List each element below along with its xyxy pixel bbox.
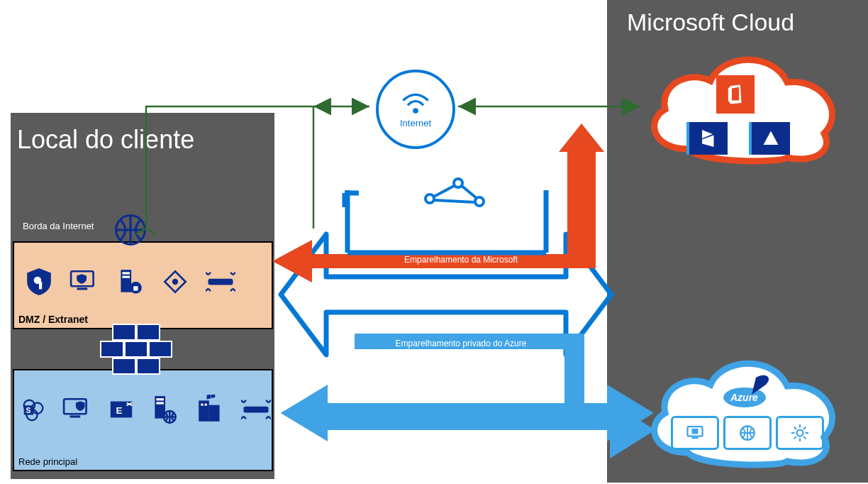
azure-brand-text: Azure — [730, 392, 758, 403]
svg-rect-42 — [692, 429, 699, 434]
internet-node: Internet — [376, 70, 455, 149]
wifi-icon — [400, 91, 431, 115]
svg-line-49 — [794, 427, 796, 429]
svg-point-38 — [413, 108, 418, 114]
svg-line-52 — [794, 436, 796, 439]
azure-triangle-tile-icon — [749, 122, 790, 155]
azure-brand-icon: Azure — [720, 373, 777, 412]
svg-rect-41 — [692, 437, 699, 439]
svg-line-50 — [803, 436, 806, 439]
svg-rect-33 — [579, 403, 614, 423]
azure-settings-tile-icon — [776, 416, 824, 450]
microsoft-peering-label: Emparelhamento da Microsoft — [369, 255, 553, 265]
dynamics-tile-icon — [686, 122, 728, 155]
internet-label: Internet — [400, 118, 431, 128]
azure-web-tile-icon — [723, 416, 772, 450]
svg-rect-34 — [347, 211, 546, 253]
office-tile-icon — [716, 75, 755, 114]
svg-point-44 — [797, 430, 803, 436]
svg-rect-30 — [323, 403, 579, 423]
azure-private-peering-label: Emparelhamento privado do Azure — [369, 339, 553, 348]
svg-line-51 — [803, 427, 806, 429]
azure-vm-tile-icon — [671, 416, 719, 450]
